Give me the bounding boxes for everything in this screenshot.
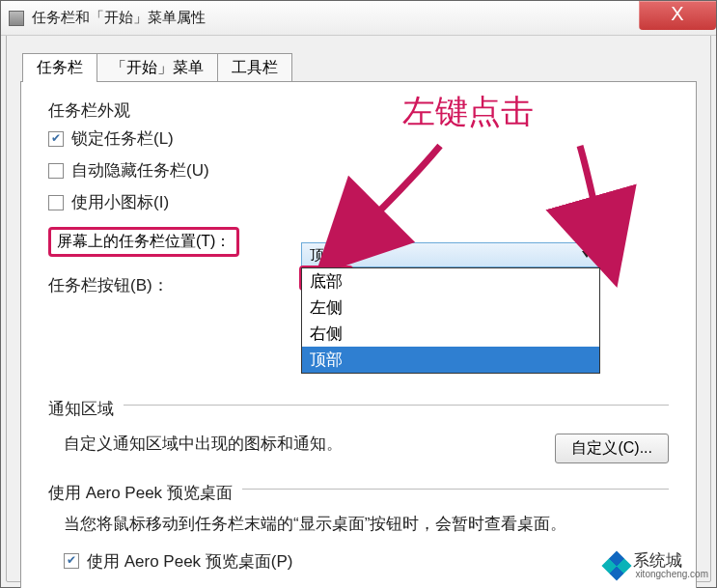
- tab-toolbars[interactable]: 工具栏: [217, 53, 292, 82]
- titlebar: 任务栏和「开始」菜单属性 X: [1, 1, 716, 36]
- tab-taskbar[interactable]: 任务栏: [22, 53, 97, 82]
- tab-startmenu[interactable]: 「开始」菜单: [97, 53, 218, 82]
- position-label-highlight: 屏幕上的任务栏位置(T)：: [48, 227, 239, 257]
- option-left[interactable]: 左侧: [302, 294, 599, 321]
- position-listbox[interactable]: 底部 左侧 右侧 顶部: [301, 267, 600, 374]
- taskbar-buttons-label: 任务栏按钮(B)：: [48, 274, 169, 296]
- position-dropdown-value: 顶部: [310, 246, 339, 265]
- option-right[interactable]: 右侧: [302, 321, 599, 347]
- smallicons-label: 使用小图标(I): [71, 191, 169, 213]
- aero-legend: 使用 Aero Peek 预览桌面: [48, 482, 242, 504]
- smallicons-checkbox[interactable]: [48, 195, 64, 210]
- watermark-logo-icon: [602, 550, 632, 580]
- watermark-name: 系统城: [633, 552, 708, 569]
- tab-panel: 任务栏外观 锁定任务栏(L) 自动隐藏任务栏(U) 使用小图标(I) 屏幕上的任…: [20, 81, 697, 588]
- tab-strip: 任务栏 「开始」菜单 工具栏: [1, 36, 716, 82]
- window-title: 任务栏和「开始」菜单属性: [32, 9, 206, 27]
- customize-button[interactable]: 自定义(C)...: [555, 434, 669, 463]
- notify-desc: 自定义通知区域中出现的图标和通知。: [64, 432, 343, 457]
- annotation-text: 左键点击: [402, 90, 534, 134]
- option-bottom[interactable]: 底部: [302, 268, 599, 294]
- aero-checkbox[interactable]: [64, 553, 79, 569]
- watermark-url: xitongcheng.com: [635, 569, 708, 579]
- position-dropdown[interactable]: 顶部: [301, 242, 600, 267]
- app-icon: [9, 11, 24, 26]
- option-top[interactable]: 顶部: [302, 347, 599, 373]
- aero-checkbox-label: 使用 Aero Peek 预览桌面(P): [87, 550, 293, 573]
- appearance-legend: 任务栏外观: [48, 99, 669, 122]
- chevron-down-icon: [582, 251, 592, 258]
- position-label: 屏幕上的任务栏位置(T)：: [57, 233, 231, 249]
- notify-legend: 通知区域: [48, 398, 124, 420]
- autohide-label: 自动隐藏任务栏(U): [71, 159, 209, 182]
- dialog-window: 任务栏和「开始」菜单属性 X 任务栏 「开始」菜单 工具栏 任务栏外观 锁定任务…: [0, 0, 717, 588]
- autohide-checkbox[interactable]: [48, 163, 64, 179]
- aero-desc: 当您将鼠标移动到任务栏末端的“显示桌面”按钮时，会暂时查看桌面。: [64, 512, 669, 537]
- close-button[interactable]: X: [639, 1, 716, 30]
- lock-taskbar-checkbox[interactable]: [48, 131, 64, 147]
- watermark: 系统城 xitongcheng.com: [606, 552, 708, 579]
- lock-taskbar-label: 锁定任务栏(L): [71, 127, 174, 150]
